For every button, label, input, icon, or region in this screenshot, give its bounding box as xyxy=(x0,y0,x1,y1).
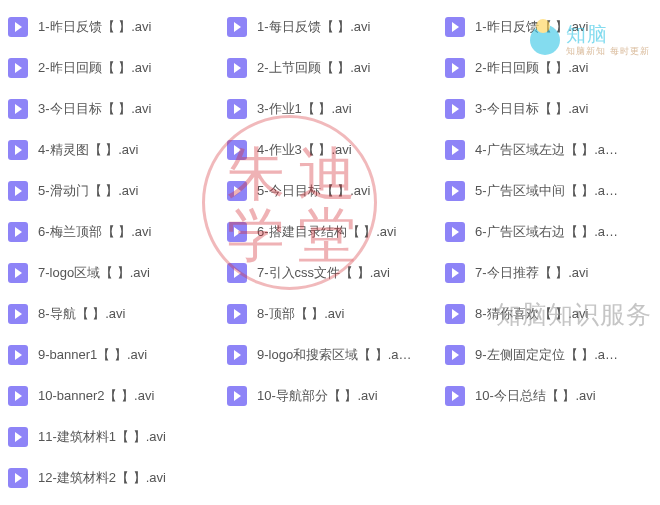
file-item[interactable]: 2-昨日回顾【 】.avi xyxy=(6,47,225,88)
file-item[interactable]: 10-导航部分【 】.avi xyxy=(225,375,443,416)
file-label: 6-广告区域右边【 】.a… xyxy=(475,223,618,241)
video-file-icon xyxy=(445,99,465,119)
video-file-icon xyxy=(227,386,247,406)
video-file-icon xyxy=(227,58,247,78)
video-file-icon xyxy=(8,99,28,119)
video-file-icon xyxy=(445,58,465,78)
file-item[interactable]: 5-广告区域中间【 】.a… xyxy=(443,170,659,211)
file-label: 12-建筑材料2【 】.avi xyxy=(38,469,166,487)
file-columns: 1-昨日反馈【 】.avi2-昨日回顾【 】.avi3-今日目标【 】.avi4… xyxy=(0,0,660,505)
file-label: 2-昨日回顾【 】.avi xyxy=(38,59,151,77)
file-item[interactable]: 11-建筑材料1【 】.avi xyxy=(6,416,225,457)
video-file-icon xyxy=(227,181,247,201)
file-item[interactable]: 7-引入css文件【 】.avi xyxy=(225,252,443,293)
file-item[interactable]: 2-上节回顾【 】.avi xyxy=(225,47,443,88)
video-file-icon xyxy=(8,140,28,160)
video-file-icon xyxy=(445,263,465,283)
file-label: 1-昨日反馈【 】.avi xyxy=(475,18,588,36)
file-label: 6-搭建目录结构【 】.avi xyxy=(257,223,396,241)
video-file-icon xyxy=(227,304,247,324)
file-item[interactable]: 6-广告区域右边【 】.a… xyxy=(443,211,659,252)
file-label: 9-logo和搜索区域【 】.a… xyxy=(257,346,412,364)
file-item[interactable]: 9-logo和搜索区域【 】.a… xyxy=(225,334,443,375)
file-column-2: 1-每日反馈【 】.avi2-上节回顾【 】.avi3-作业1【 】.avi4-… xyxy=(225,6,443,505)
video-file-icon xyxy=(445,181,465,201)
video-file-icon xyxy=(8,263,28,283)
file-item[interactable]: 8-猜你喜欢【 】.avi xyxy=(443,293,659,334)
video-file-icon xyxy=(445,17,465,37)
file-label: 4-作业3【 】.avi xyxy=(257,141,352,159)
file-label: 3-今日目标【 】.avi xyxy=(475,100,588,118)
video-file-icon xyxy=(227,345,247,365)
video-file-icon xyxy=(8,386,28,406)
file-label: 5-今日目标【 】.avi xyxy=(257,182,370,200)
file-item[interactable]: 3-作业1【 】.avi xyxy=(225,88,443,129)
file-item[interactable]: 7-今日推荐【 】.avi xyxy=(443,252,659,293)
file-label: 8-导航【 】.avi xyxy=(38,305,125,323)
file-item[interactable]: 6-梅兰顶部【 】.avi xyxy=(6,211,225,252)
file-item[interactable]: 4-精灵图【 】.avi xyxy=(6,129,225,170)
file-label: 7-logo区域【 】.avi xyxy=(38,264,150,282)
video-file-icon xyxy=(8,222,28,242)
file-item[interactable]: 1-昨日反馈【 】.avi xyxy=(6,6,225,47)
file-label: 10-banner2【 】.avi xyxy=(38,387,154,405)
file-label: 5-广告区域中间【 】.a… xyxy=(475,182,618,200)
file-label: 3-今日目标【 】.avi xyxy=(38,100,151,118)
file-label: 10-今日总结【 】.avi xyxy=(475,387,596,405)
video-file-icon xyxy=(8,17,28,37)
file-column-3: 1-昨日反馈【 】.avi2-昨日回顾【 】.avi3-今日目标【 】.avi4… xyxy=(443,6,659,505)
file-label: 1-昨日反馈【 】.avi xyxy=(38,18,151,36)
file-column-1: 1-昨日反馈【 】.avi2-昨日回顾【 】.avi3-今日目标【 】.avi4… xyxy=(0,6,225,505)
file-label: 7-今日推荐【 】.avi xyxy=(475,264,588,282)
file-label: 6-梅兰顶部【 】.avi xyxy=(38,223,151,241)
video-file-icon xyxy=(445,304,465,324)
video-file-icon xyxy=(8,427,28,447)
file-item[interactable]: 10-今日总结【 】.avi xyxy=(443,375,659,416)
file-item[interactable]: 4-作业3【 】.avi xyxy=(225,129,443,170)
video-file-icon xyxy=(445,140,465,160)
file-label: 8-猜你喜欢【 】.avi xyxy=(475,305,588,323)
file-label: 4-广告区域左边【 】.a… xyxy=(475,141,618,159)
file-label: 7-引入css文件【 】.avi xyxy=(257,264,390,282)
file-label: 2-昨日回顾【 】.avi xyxy=(475,59,588,77)
file-item[interactable]: 7-logo区域【 】.avi xyxy=(6,252,225,293)
video-file-icon xyxy=(445,386,465,406)
file-item[interactable]: 5-今日目标【 】.avi xyxy=(225,170,443,211)
file-item[interactable]: 10-banner2【 】.avi xyxy=(6,375,225,416)
file-label: 1-每日反馈【 】.avi xyxy=(257,18,370,36)
file-item[interactable]: 1-昨日反馈【 】.avi xyxy=(443,6,659,47)
video-file-icon xyxy=(227,140,247,160)
file-label: 3-作业1【 】.avi xyxy=(257,100,352,118)
video-file-icon xyxy=(8,468,28,488)
file-item[interactable]: 4-广告区域左边【 】.a… xyxy=(443,129,659,170)
file-label: 10-导航部分【 】.avi xyxy=(257,387,378,405)
file-label: 2-上节回顾【 】.avi xyxy=(257,59,370,77)
video-file-icon xyxy=(8,345,28,365)
file-item[interactable]: 3-今日目标【 】.avi xyxy=(6,88,225,129)
file-item[interactable]: 9-banner1【 】.avi xyxy=(6,334,225,375)
file-item[interactable]: 8-导航【 】.avi xyxy=(6,293,225,334)
file-label: 8-顶部【 】.avi xyxy=(257,305,344,323)
file-label: 9-左侧固定定位【 】.a… xyxy=(475,346,618,364)
video-file-icon xyxy=(8,181,28,201)
file-label: 11-建筑材料1【 】.avi xyxy=(38,428,166,446)
file-item[interactable]: 12-建筑材料2【 】.avi xyxy=(6,457,225,498)
file-label: 4-精灵图【 】.avi xyxy=(38,141,138,159)
video-file-icon xyxy=(445,222,465,242)
file-item[interactable]: 8-顶部【 】.avi xyxy=(225,293,443,334)
file-item[interactable]: 3-今日目标【 】.avi xyxy=(443,88,659,129)
video-file-icon xyxy=(227,99,247,119)
file-item[interactable]: 5-滑动门【 】.avi xyxy=(6,170,225,211)
video-file-icon xyxy=(445,345,465,365)
video-file-icon xyxy=(227,222,247,242)
video-file-icon xyxy=(8,304,28,324)
file-item[interactable]: 2-昨日回顾【 】.avi xyxy=(443,47,659,88)
file-item[interactable]: 1-每日反馈【 】.avi xyxy=(225,6,443,47)
file-item[interactable]: 6-搭建目录结构【 】.avi xyxy=(225,211,443,252)
file-label: 5-滑动门【 】.avi xyxy=(38,182,138,200)
video-file-icon xyxy=(227,17,247,37)
video-file-icon xyxy=(227,263,247,283)
video-file-icon xyxy=(8,58,28,78)
file-item[interactable]: 9-左侧固定定位【 】.a… xyxy=(443,334,659,375)
file-label: 9-banner1【 】.avi xyxy=(38,346,147,364)
